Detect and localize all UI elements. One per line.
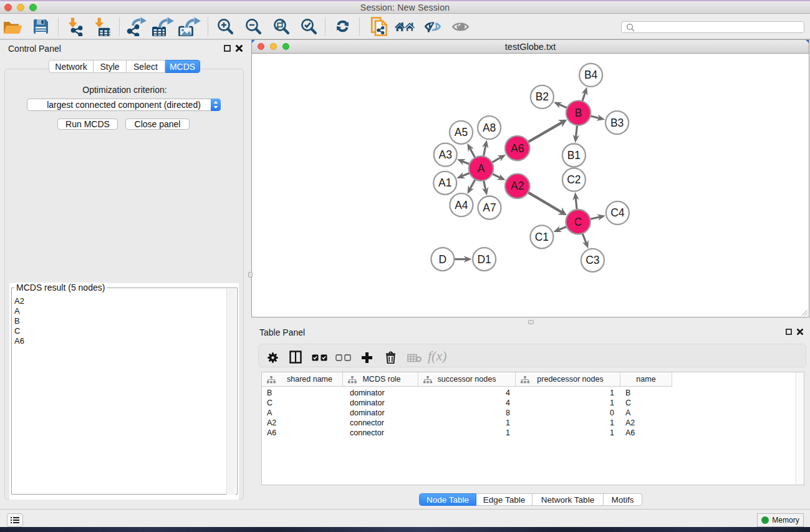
svg-text:B: B — [575, 107, 582, 119]
svg-text:A6: A6 — [511, 142, 524, 155]
svg-text:B3: B3 — [610, 117, 624, 129]
svg-text:C2: C2 — [567, 173, 581, 186]
svg-text:D: D — [439, 253, 447, 266]
svg-text:A: A — [478, 162, 485, 175]
svg-text:A8: A8 — [483, 122, 496, 134]
svg-text:A4: A4 — [455, 199, 468, 211]
svg-text:A1: A1 — [438, 177, 451, 189]
svg-text:A2: A2 — [511, 180, 524, 192]
svg-text:B4: B4 — [584, 69, 598, 81]
svg-text:A5: A5 — [455, 126, 468, 138]
svg-text:D1: D1 — [477, 253, 491, 266]
svg-text:A3: A3 — [438, 148, 451, 161]
svg-text:C: C — [574, 216, 582, 228]
svg-text:C1: C1 — [535, 231, 549, 243]
svg-text:C4: C4 — [610, 206, 625, 219]
svg-text:B1: B1 — [567, 149, 581, 162]
svg-text:B2: B2 — [536, 90, 549, 103]
svg-text:C3: C3 — [586, 254, 599, 266]
svg-text:A7: A7 — [483, 201, 496, 214]
